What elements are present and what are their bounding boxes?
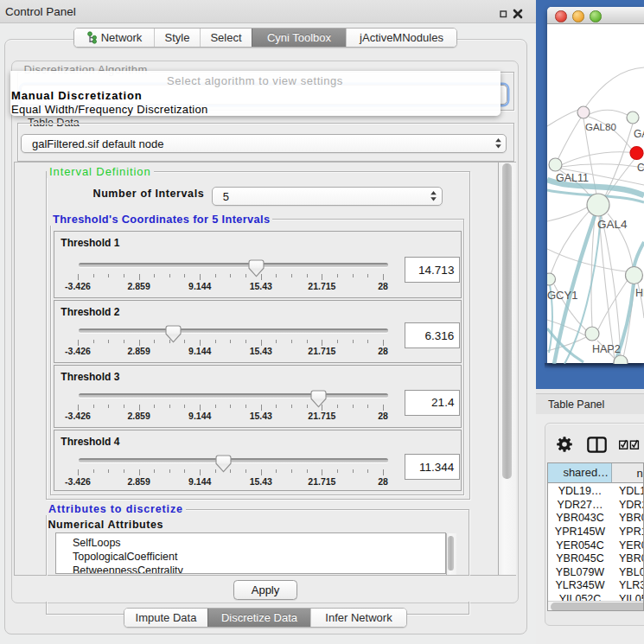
svg-text:GCY1: GCY1 (547, 289, 577, 302)
svg-text:GAL4: GAL4 (597, 218, 628, 231)
svg-text:CR: CR (637, 162, 644, 174)
svg-text:GAL80: GAL80 (585, 122, 616, 132)
svg-text:HI: HI (635, 287, 644, 299)
svg-text:GAL11: GAL11 (556, 172, 589, 184)
svg-text:HAP2: HAP2 (592, 343, 621, 355)
svg-text:GAL: GAL (634, 128, 644, 140)
